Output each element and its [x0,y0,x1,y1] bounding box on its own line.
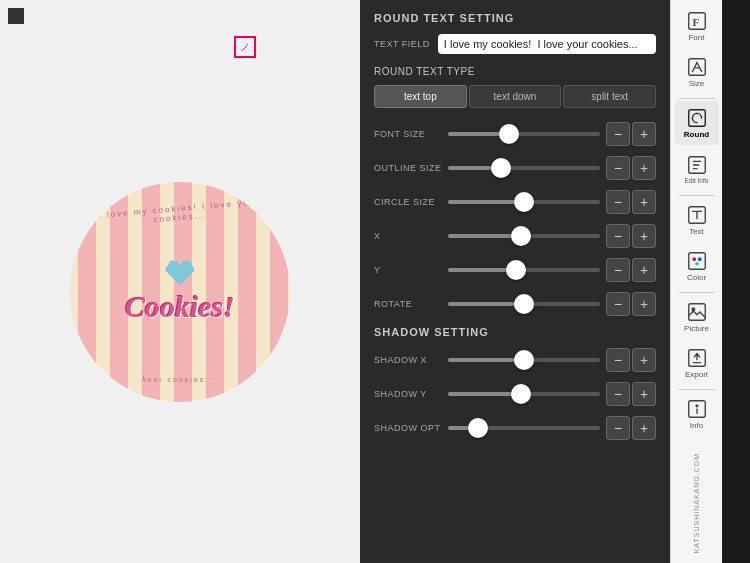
x-minus[interactable]: − [606,224,630,248]
font-label: Font [688,33,704,42]
circle-size-thumb[interactable] [514,192,534,212]
outline-size-controls: − + [606,156,656,180]
x-controls: − + [606,224,656,248]
slider-row-shadow-y: shadow Y − + [374,382,656,406]
shadow-opt-label: shadow Opt [374,423,442,433]
rotate-plus[interactable]: + [632,292,656,316]
shadow-y-plus[interactable]: + [632,382,656,406]
shadow-x-controls: − + [606,348,656,372]
sidebar-item-size[interactable]: Size [675,50,719,94]
slider-row-font-size: Font Size − + [374,122,656,146]
shadow-x-plus[interactable]: + [632,348,656,372]
shadow-x-fill [448,358,524,362]
shadow-section-title: Shadow Setting [374,326,656,338]
circle-size-plus[interactable]: + [632,190,656,214]
circle-size-controls: − + [606,190,656,214]
slider-row-circle-size: Circle Size − + [374,190,656,214]
sidebar-item-text[interactable]: Text [675,198,719,242]
cookie-center: Cookies! [125,260,235,324]
sidebar-item-picture[interactable]: Picture [675,295,719,339]
picture-label: Picture [684,324,709,333]
outline-size-slider[interactable] [448,166,600,170]
circle-size-slider[interactable] [448,200,600,204]
text-icon [686,204,708,226]
picture-icon [686,301,708,323]
info-label: Info [690,421,703,430]
font-size-thumb[interactable] [499,124,519,144]
circle-size-minus[interactable]: − [606,190,630,214]
sidebar-item-edit-info[interactable]: Edit Info [675,147,719,191]
slider-row-y: Y − + [374,258,656,282]
rotate-minus[interactable]: − [606,292,630,316]
text-field-row: Text Field [374,34,656,54]
shadow-y-minus[interactable]: − [606,382,630,406]
round-text-type-label: Round Text Type [374,66,656,77]
y-label: Y [374,265,442,275]
rotate-controls: − + [606,292,656,316]
sidebar-item-round[interactable]: Round [675,101,719,145]
x-thumb[interactable] [511,226,531,246]
sidebar-item-font[interactable]: F Font [675,4,719,48]
y-slider[interactable] [448,268,600,272]
svg-point-11 [691,308,694,311]
sidebar-item-color[interactable]: Color [675,244,719,288]
x-label: X [374,231,442,241]
outline-size-label: Outline size [374,163,442,173]
rotate-fill [448,302,524,306]
rotate-thumb[interactable] [514,294,534,314]
rotate-slider[interactable] [448,302,600,306]
font-size-label: Font Size [374,129,442,139]
placeholder-icon: ⟋ [234,36,256,58]
edit-info-label: Edit Info [685,177,709,184]
slider-row-rotate: Rotate − + [374,292,656,316]
tab-text-top[interactable]: text top [374,85,467,108]
font-size-minus[interactable]: − [606,122,630,146]
outline-size-minus[interactable]: − [606,156,630,180]
shadow-opt-minus[interactable]: − [606,416,630,440]
shadow-x-minus[interactable]: − [606,348,630,372]
slider-row-shadow-opt: shadow Opt − + [374,416,656,440]
y-minus[interactable]: − [606,258,630,282]
font-size-plus[interactable]: + [632,122,656,146]
tab-split-text[interactable]: split text [563,85,656,108]
svg-rect-10 [688,304,705,321]
shadow-sliders-group: shadow X − + shadow Y − [374,348,656,440]
canvas-area: ⟋ I love my cookies! I love your cookies… [0,0,360,563]
sidebar-item-info[interactable]: Info [675,392,719,436]
tab-text-down[interactable]: text down [469,85,562,108]
outline-size-plus[interactable]: + [632,156,656,180]
size-icon [686,56,708,78]
color-label: Color [687,273,706,282]
shadow-opt-slider[interactable] [448,426,600,430]
svg-rect-3 [688,110,705,127]
sidebar-divider-1 [679,98,715,99]
shadow-y-label: shadow Y [374,389,442,399]
color-icon [686,250,708,272]
shadow-y-thumb[interactable] [511,384,531,404]
round-label: Round [684,130,709,139]
shadow-opt-thumb[interactable] [468,418,488,438]
watermark: KATSUSHINAKANO.COM [693,453,700,553]
text-field-input[interactable] [438,34,656,54]
outline-size-thumb[interactable] [491,158,511,178]
shadow-x-slider[interactable] [448,358,600,362]
svg-text:F: F [692,16,699,28]
sliders-group: Font Size − + Outline size − [374,122,656,316]
shadow-x-thumb[interactable] [514,350,534,370]
slider-row-shadow-x: shadow X − + [374,348,656,372]
round-icon [686,107,708,129]
svg-point-8 [697,257,701,261]
y-thumb[interactable] [506,260,526,280]
x-plus[interactable]: + [632,224,656,248]
shadow-opt-plus[interactable]: + [632,416,656,440]
svg-rect-6 [688,253,705,270]
svg-point-14 [696,405,698,407]
sidebar-item-export[interactable]: Export [675,341,719,385]
shadow-y-slider[interactable] [448,392,600,396]
y-plus[interactable]: + [632,258,656,282]
font-size-slider[interactable] [448,132,600,136]
circle-size-label: Circle Size [374,197,442,207]
x-slider[interactable] [448,234,600,238]
text-field-label: Text Field [374,39,430,49]
size-label: Size [689,79,705,88]
